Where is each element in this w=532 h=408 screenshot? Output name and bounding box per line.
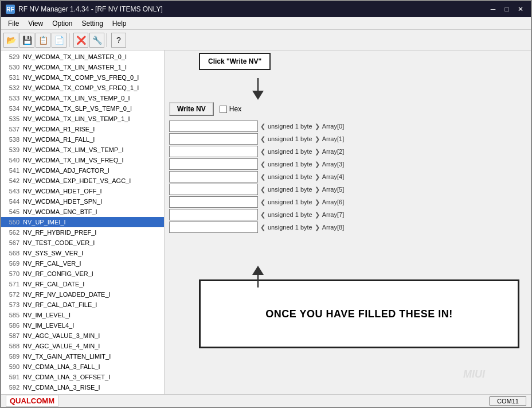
list-item[interactable]: 531NV_WCDMA_TX_COMP_VS_FREQ_0_I: [1, 72, 164, 83]
right-bracket-4: ❯: [315, 173, 320, 181]
list-item-num: 587: [3, 331, 19, 340]
toolbar-open[interactable]: 📂: [3, 33, 18, 48]
left-bracket-5: ❮: [260, 186, 265, 193]
list-item[interactable]: 568NV_SYS_SW_VER_I: [1, 248, 164, 258]
menu-option[interactable]: Option: [48, 18, 77, 28]
list-item[interactable]: 586NV_IM_LEVEL4_I: [1, 320, 164, 331]
list-item[interactable]: 535NV_WCDMA_TX_LIN_VS_TEMP_1_I: [1, 114, 164, 124]
menu-setting[interactable]: Setting: [77, 18, 108, 28]
list-item[interactable]: 570NV_RF_CONFIG_VER_I: [1, 269, 164, 279]
list-item-num: 531: [3, 73, 19, 82]
nv-list-panel: 528NV_WCDMA_AGC_PHASE_OFFSET_I529NV_WCDM…: [1, 50, 165, 394]
field-row: ❮ unsigned 1 byte ❯ Array[8]: [169, 222, 526, 233]
list-item[interactable]: 567NV_TEST_CODE_VER_I: [1, 238, 164, 248]
list-item[interactable]: 534NV_WCDMA_TX_SLP_VS_TEMP_0_I: [1, 103, 164, 114]
callout-write-nv-text: Click "Write NV": [208, 57, 261, 65]
list-item[interactable]: 543NV_WCDMA_HDET_OFF_I: [1, 186, 164, 196]
list-item-num: 528: [3, 50, 19, 51]
svg-marker-2: [252, 266, 264, 275]
left-bracket-3: ❮: [260, 161, 265, 168]
list-item[interactable]: 573NV_RF_CAL_DAT_FILE_I: [1, 300, 164, 310]
list-item-name: NV_CDMA_LNA_3_FALL_I: [23, 362, 100, 371]
list-item[interactable]: 572NV_RF_NV_LOADED_DATE_I: [1, 289, 164, 300]
list-item[interactable]: 591NV_CDMA_LNA_3_OFFSET_I: [1, 372, 164, 382]
list-item-name: NV_WCDMA_TX_LIN_VS_TEMP_1_I: [23, 114, 130, 123]
menu-view[interactable]: View: [24, 18, 48, 28]
list-item[interactable]: 541NV_WCDMA_ADJ_FACTOR_I: [1, 165, 164, 176]
list-item[interactable]: 588NV_AGC_VALUE_4_MIN_I: [1, 341, 164, 351]
list-item[interactable]: 590NV_CDMA_LNA_3_FALL_I: [1, 362, 164, 372]
list-item[interactable]: 532NV_WCDMA_TX_COMP_VS_FREQ_1_I: [1, 83, 164, 93]
callout-write-nv: Click "Write NV": [199, 53, 271, 70]
menu-file[interactable]: File: [3, 18, 24, 28]
list-item[interactable]: 529NV_WCDMA_TX_LIN_MASTER_0_I: [1, 52, 164, 62]
list-item-name: NV_WCDMA_ADJ_FACTOR_I: [23, 166, 109, 175]
field-array-8: Array[8]: [322, 224, 345, 231]
toolbar-delete[interactable]: ❌: [73, 33, 88, 48]
list-item[interactable]: 592NV_CDMA_LNA_3_RISE_I: [1, 382, 164, 393]
field-input-7[interactable]: [169, 209, 258, 220]
list-item[interactable]: 537NV_WCDMA_R1_RISE_I: [1, 124, 164, 134]
menu-help[interactable]: Help: [108, 18, 131, 28]
field-input-1[interactable]: [169, 133, 258, 145]
title-bar-left: RF RF NV Manager 1.4.34 - [RF NV ITEMS O…: [6, 5, 163, 14]
list-item-num: 562: [3, 228, 19, 237]
app-icon: RF: [6, 5, 15, 14]
close-button[interactable]: ✕: [515, 5, 526, 14]
field-input-4[interactable]: [169, 171, 258, 182]
toolbar-new[interactable]: 📄: [52, 33, 66, 48]
list-item-name: NV_WCDMA_R1_RISE_I: [23, 125, 95, 134]
list-item[interactable]: 544NV_WCDMA_HDET_SPN_I: [1, 196, 164, 207]
field-row: ❮ unsigned 1 byte ❯ Array[0]: [169, 121, 526, 132]
list-item[interactable]: 562NV_RF_HYBRID_PREF_I: [1, 227, 164, 238]
list-item[interactable]: 569NV_RF_CAL_VER_I: [1, 258, 164, 269]
list-item-name: NV_WCDMA_TX_LIN_VS_TEMP_0_I: [23, 94, 130, 103]
list-item-name: NV_AGC_VALUE_3_MIN_I: [23, 331, 100, 340]
list-item[interactable]: 530NV_WCDMA_TX_LIN_MASTER_1_I: [1, 62, 164, 72]
list-item[interactable]: 585NV_IM_LEVEL_I: [1, 310, 164, 320]
left-bracket-0: ❮: [260, 123, 265, 130]
status-bar: QUALCOMM COM11: [1, 394, 531, 407]
list-item[interactable]: 542NV_WCDMA_EXP_HDET_VS_AGC_I: [1, 176, 164, 186]
list-item[interactable]: 550NV_UP_IMEI_I: [1, 217, 164, 227]
list-item-num: 590: [3, 362, 19, 371]
list-item[interactable]: 538NV_WCDMA_R1_FALL_I: [1, 134, 164, 145]
list-item[interactable]: 533NV_WCDMA_TX_LIN_VS_TEMP_0_I: [1, 93, 164, 103]
field-meta-6: ❮ unsigned 1 byte ❯ Array[6]: [260, 199, 344, 206]
list-item[interactable]: 540NV_WCDMA_TX_LIM_VS_FREQ_I: [1, 155, 164, 165]
minimize-button[interactable]: ─: [487, 5, 499, 14]
arrow-down-indicator: [249, 78, 267, 100]
list-item-num: 540: [3, 156, 19, 165]
write-nv-button[interactable]: Write NV: [169, 102, 214, 116]
field-input-3[interactable]: [169, 158, 258, 170]
hex-checkbox[interactable]: [220, 106, 227, 113]
nv-list-container[interactable]: 528NV_WCDMA_AGC_PHASE_OFFSET_I529NV_WCDM…: [1, 50, 164, 394]
field-input-2[interactable]: [169, 146, 258, 157]
toolbar-copy[interactable]: 📋: [36, 33, 50, 48]
toolbar-settings[interactable]: 🔧: [89, 33, 104, 48]
callout-filled-text: ONCE YOU HAVE FILLED THESE IN!: [265, 308, 452, 320]
list-item[interactable]: 589NV_TX_GAIN_ATTEN_LIMIT_I: [1, 351, 164, 362]
toolbar-help[interactable]: ?: [111, 33, 126, 48]
maximize-button[interactable]: □: [501, 5, 513, 14]
field-array-0: Array[0]: [322, 123, 345, 130]
list-item-num: 533: [3, 94, 19, 103]
list-item-num: 544: [3, 197, 19, 206]
field-meta-2: ❮ unsigned 1 byte ❯ Array[2]: [260, 148, 344, 156]
field-input-8[interactable]: [169, 222, 258, 233]
list-item-num: 568: [3, 248, 19, 258]
list-item[interactable]: 545NV_WCDMA_ENC_BTF_I: [1, 207, 164, 217]
field-meta-8: ❮ unsigned 1 byte ❯ Array[8]: [260, 224, 344, 231]
list-item[interactable]: 587NV_AGC_VALUE_3_MIN_I: [1, 331, 164, 341]
field-input-6[interactable]: [169, 196, 258, 208]
hex-label-area: Hex: [220, 105, 241, 113]
list-item[interactable]: 571NV_RF_CAL_DATE_I: [1, 279, 164, 289]
list-item-num: 567: [3, 238, 19, 247]
toolbar-save[interactable]: 💾: [19, 33, 34, 48]
field-input-5[interactable]: [169, 184, 258, 195]
list-item-name: NV_WCDMA_TX_SLP_VS_TEMP_0_I: [23, 104, 132, 113]
field-row: ❮ unsigned 1 byte ❯ Array[6]: [169, 196, 526, 208]
field-input-0[interactable]: [169, 121, 258, 132]
list-item-name: NV_WCDMA_TX_COMP_VS_FREQ_0_I: [23, 73, 139, 82]
list-item[interactable]: 539NV_WCDMA_TX_LIM_VS_TEMP_I: [1, 145, 164, 155]
